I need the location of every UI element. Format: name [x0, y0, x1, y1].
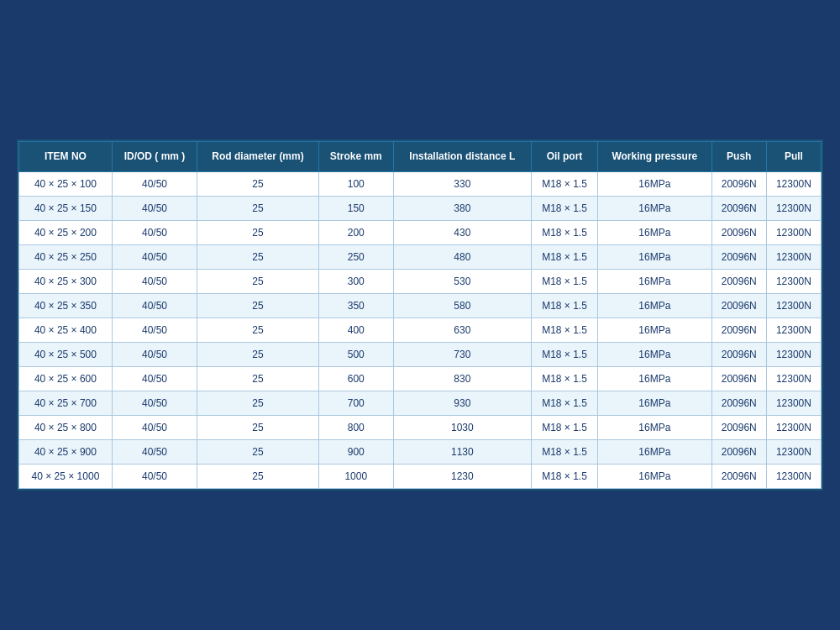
cell-r7-c2: 25 [197, 343, 319, 367]
cell-r2-c7: 20096N [711, 221, 766, 245]
cell-r10-c5: M18 × 1.5 [532, 416, 598, 440]
cell-r0-c6: 16MPa [597, 172, 711, 197]
cell-r9-c1: 40/50 [112, 391, 197, 416]
table-row: 40 × 25 × 50040/5025500730M18 × 1.516MPa… [19, 343, 822, 367]
cell-r1-c6: 16MPa [597, 197, 711, 221]
cell-r5-c8: 12300N [766, 294, 821, 318]
cell-r4-c4: 530 [393, 270, 531, 294]
cell-r11-c1: 40/50 [112, 440, 197, 465]
cell-r7-c1: 40/50 [112, 343, 197, 367]
table-wrapper: ITEM NOID/OD ( mm )Rod diameter (mm)Stro… [17, 139, 823, 491]
cell-r2-c2: 25 [197, 221, 319, 245]
cell-r10-c3: 800 [318, 416, 393, 440]
cell-r2-c0: 40 × 25 × 200 [19, 221, 113, 245]
cell-r4-c5: M18 × 1.5 [532, 270, 598, 294]
cell-r10-c2: 25 [197, 416, 319, 440]
col-header-6: Working pressure [597, 141, 711, 172]
cell-r10-c4: 1030 [393, 416, 531, 440]
cell-r11-c8: 12300N [766, 440, 821, 465]
cell-r1-c1: 40/50 [112, 197, 197, 221]
cell-r12-c0: 40 × 25 × 1000 [19, 465, 113, 489]
cell-r4-c6: 16MPa [597, 270, 711, 294]
cell-r3-c5: M18 × 1.5 [532, 245, 598, 270]
cell-r11-c4: 1130 [393, 440, 531, 465]
cell-r12-c5: M18 × 1.5 [532, 465, 598, 489]
cell-r6-c0: 40 × 25 × 400 [19, 318, 113, 343]
cell-r5-c3: 350 [318, 294, 393, 318]
cell-r7-c7: 20096N [711, 343, 766, 367]
cell-r3-c7: 20096N [711, 245, 766, 270]
cell-r0-c5: M18 × 1.5 [532, 172, 598, 197]
cell-r1-c0: 40 × 25 × 150 [19, 197, 113, 221]
table-header-row: ITEM NOID/OD ( mm )Rod diameter (mm)Stro… [19, 141, 822, 172]
cell-r11-c2: 25 [197, 440, 319, 465]
cell-r12-c7: 20096N [711, 465, 766, 489]
cell-r12-c8: 12300N [766, 465, 821, 489]
cell-r4-c7: 20096N [711, 270, 766, 294]
cell-r12-c3: 1000 [318, 465, 393, 489]
cell-r2-c5: M18 × 1.5 [532, 221, 598, 245]
cell-r8-c0: 40 × 25 × 600 [19, 367, 113, 391]
cell-r0-c3: 100 [318, 172, 393, 197]
cell-r6-c5: M18 × 1.5 [532, 318, 598, 343]
cell-r8-c8: 12300N [766, 367, 821, 391]
cell-r12-c2: 25 [197, 465, 319, 489]
cell-r5-c7: 20096N [711, 294, 766, 318]
cell-r7-c8: 12300N [766, 343, 821, 367]
cell-r2-c8: 12300N [766, 221, 821, 245]
table-row: 40 × 25 × 10040/5025100330M18 × 1.516MPa… [19, 172, 822, 197]
cell-r5-c0: 40 × 25 × 350 [19, 294, 113, 318]
cell-r12-c4: 1230 [393, 465, 531, 489]
cell-r11-c0: 40 × 25 × 900 [19, 440, 113, 465]
table-row: 40 × 25 × 35040/5025350580M18 × 1.516MPa… [19, 294, 822, 318]
cell-r4-c8: 12300N [766, 270, 821, 294]
cell-r6-c6: 16MPa [597, 318, 711, 343]
cell-r6-c3: 400 [318, 318, 393, 343]
cell-r8-c6: 16MPa [597, 367, 711, 391]
cell-r6-c1: 40/50 [112, 318, 197, 343]
cell-r9-c5: M18 × 1.5 [532, 391, 598, 416]
cell-r7-c5: M18 × 1.5 [532, 343, 598, 367]
cell-r6-c2: 25 [197, 318, 319, 343]
col-header-2: Rod diameter (mm) [197, 141, 319, 172]
cell-r10-c6: 16MPa [597, 416, 711, 440]
cell-r11-c7: 20096N [711, 440, 766, 465]
table-row: 40 × 25 × 90040/50259001130M18 × 1.516MP… [19, 440, 822, 465]
cell-r0-c2: 25 [197, 172, 319, 197]
cell-r9-c2: 25 [197, 391, 319, 416]
cell-r1-c8: 12300N [766, 197, 821, 221]
spec-table: ITEM NOID/OD ( mm )Rod diameter (mm)Stro… [18, 141, 822, 490]
cell-r11-c6: 16MPa [597, 440, 711, 465]
cell-r6-c4: 630 [393, 318, 531, 343]
cell-r10-c8: 12300N [766, 416, 821, 440]
cell-r4-c0: 40 × 25 × 300 [19, 270, 113, 294]
cell-r3-c4: 480 [393, 245, 531, 270]
cell-r4-c3: 300 [318, 270, 393, 294]
cell-r5-c5: M18 × 1.5 [532, 294, 598, 318]
col-header-0: ITEM NO [19, 141, 113, 172]
col-header-8: Pull [766, 141, 821, 172]
cell-r5-c4: 580 [393, 294, 531, 318]
cell-r0-c8: 12300N [766, 172, 821, 197]
table-body: 40 × 25 × 10040/5025100330M18 × 1.516MPa… [19, 172, 822, 489]
cell-r3-c8: 12300N [766, 245, 821, 270]
cell-r9-c8: 12300N [766, 391, 821, 416]
table-row: 40 × 25 × 60040/5025600830M18 × 1.516MPa… [19, 367, 822, 391]
table-row: 40 × 25 × 30040/5025300530M18 × 1.516MPa… [19, 270, 822, 294]
cell-r3-c6: 16MPa [597, 245, 711, 270]
cell-r8-c2: 25 [197, 367, 319, 391]
cell-r0-c7: 20096N [711, 172, 766, 197]
cell-r7-c3: 500 [318, 343, 393, 367]
col-header-4: Installation distance L [393, 141, 531, 172]
cell-r0-c1: 40/50 [112, 172, 197, 197]
col-header-5: Oil port [532, 141, 598, 172]
cell-r9-c3: 700 [318, 391, 393, 416]
cell-r8-c4: 830 [393, 367, 531, 391]
cell-r9-c6: 16MPa [597, 391, 711, 416]
col-header-3: Stroke mm [318, 141, 393, 172]
cell-r9-c4: 930 [393, 391, 531, 416]
table-row: 40 × 25 × 25040/5025250480M18 × 1.516MPa… [19, 245, 822, 270]
cell-r12-c1: 40/50 [112, 465, 197, 489]
table-row: 40 × 25 × 70040/5025700930M18 × 1.516MPa… [19, 391, 822, 416]
cell-r8-c7: 20096N [711, 367, 766, 391]
